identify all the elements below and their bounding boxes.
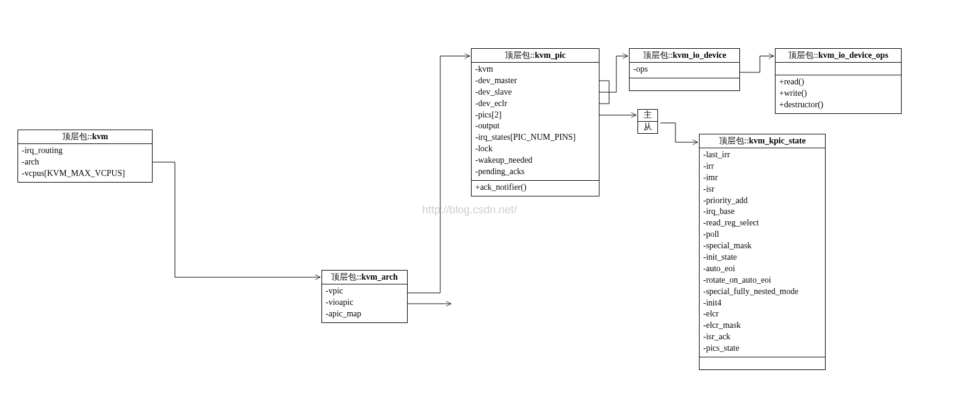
attr-row: -lock (475, 143, 595, 155)
class-kvm-kpic-state: 顶层包::kvm_kpic_state -last_irr -irr -imr … (699, 134, 826, 370)
op-row: +ack_notifier() (475, 182, 595, 193)
class-kvm: 顶层包::kvm -irq_routing -arch -vcpus[KVM_M… (17, 130, 153, 183)
class-name: kvm_io_device (673, 51, 727, 60)
attr-row: -vioapic (326, 297, 403, 309)
attr-row: -rotate_on_auto_eoi (703, 275, 821, 286)
attr-row: -last_irr (703, 149, 821, 161)
attr-row: -dev_master (475, 75, 595, 87)
attr-row: -irq_routing (22, 145, 148, 157)
attr-row: -init_state (703, 252, 821, 263)
class-kvm-io-device: 顶层包::kvm_io_device -ops (629, 48, 740, 91)
op-row: +destructor() (779, 99, 897, 111)
class-kvm-arch: 顶层包::kvm_arch -vpic -vioapic -apic_map (321, 270, 408, 323)
attr-row: -kvm (475, 64, 595, 75)
attr-row: -elcr_mask (703, 320, 821, 331)
class-title: 顶层包::kvm_io_device (630, 49, 739, 63)
pkg-label: 顶层包:: (643, 51, 673, 60)
pkg-label: 顶层包:: (331, 272, 361, 281)
attr-row: -read_reg_select (703, 218, 821, 229)
attr-row: -arch (22, 157, 148, 168)
attr-row: -output (475, 121, 595, 132)
pkg-label: 顶层包:: (62, 132, 92, 141)
attr-row: -vcpus[KVM_MAX_VCPUS] (22, 168, 148, 180)
attr-row: -dev_slave (475, 87, 595, 98)
class-title: 顶层包::kvm_arch (322, 271, 407, 284)
attrs-section (776, 63, 901, 75)
pics-master-slave-box: 主 从 (637, 109, 658, 134)
attrs-section: -kvm -dev_master -dev_slave -dev_eclr -p… (472, 63, 599, 180)
attr-row: -ops (633, 64, 736, 75)
attr-row: -pics_state (703, 343, 821, 354)
attr-row: -isr (703, 184, 821, 195)
attr-row: -irq_base (703, 206, 821, 218)
ops-section: +ack_notifier() (472, 180, 599, 196)
ops-section: +read() +write() +destructor() (776, 75, 901, 113)
master-label: 主 (638, 110, 657, 121)
attr-row: -init4 (703, 298, 821, 309)
pkg-label: 顶层包:: (788, 51, 818, 60)
class-title: 顶层包::kvm_kpic_state (700, 134, 825, 148)
attrs-section: -vpic -vioapic -apic_map (322, 284, 407, 322)
class-title: 顶层包::kvm_io_device_ops (776, 49, 901, 63)
class-name: kvm (92, 132, 108, 141)
slave-label: 从 (638, 121, 657, 133)
attr-row: -dev_eclr (475, 98, 595, 110)
attr-row: -isr_ack (703, 331, 821, 343)
attr-row: -pics[2] (475, 110, 595, 121)
class-kvm-pic: 顶层包::kvm_pic -kvm -dev_master -dev_slave… (471, 48, 599, 196)
attr-row: -auto_eoi (703, 263, 821, 275)
pkg-label: 顶层包:: (505, 51, 535, 60)
attrs-section: -last_irr -irr -imr -isr -priority_add -… (700, 148, 825, 357)
attr-row: -priority_add (703, 195, 821, 207)
attr-row: -poll (703, 229, 821, 240)
attr-row: -irq_states[PIC_NUM_PINS] (475, 132, 595, 143)
attr-row: -special_mask (703, 240, 821, 252)
ops-section (700, 357, 825, 369)
attr-row: -vpic (326, 286, 403, 297)
attr-row: -irr (703, 161, 821, 172)
class-name: kvm_io_device_ops (818, 51, 888, 60)
attr-row: -wakeup_needed (475, 155, 595, 166)
attrs-section: -irq_routing -arch -vcpus[KVM_MAX_VCPUS] (18, 144, 152, 182)
attr-row: -special_fully_nested_mode (703, 286, 821, 298)
op-row: +write() (779, 88, 897, 99)
diagram-canvas: 顶层包::kvm -irq_routing -arch -vcpus[KVM_M… (0, 0, 980, 411)
attr-row: -imr (703, 172, 821, 184)
watermark-text: http://blog.csdn.net/ (422, 204, 517, 216)
class-name: kvm_arch (361, 272, 397, 281)
class-name: kvm_kpic_state (749, 136, 806, 145)
attrs-section: -ops (630, 63, 739, 78)
class-name: kvm_pic (535, 51, 566, 60)
attr-row: -apic_map (326, 309, 403, 320)
attr-row: -elcr (703, 309, 821, 320)
attr-row: -pending_acks (475, 166, 595, 178)
class-kvm-io-device-ops: 顶层包::kvm_io_device_ops +read() +write() … (775, 48, 902, 114)
ops-section (630, 78, 739, 90)
class-title: 顶层包::kvm (18, 130, 152, 144)
pkg-label: 顶层包:: (719, 136, 749, 145)
op-row: +read() (779, 77, 897, 88)
class-title: 顶层包::kvm_pic (472, 49, 599, 63)
